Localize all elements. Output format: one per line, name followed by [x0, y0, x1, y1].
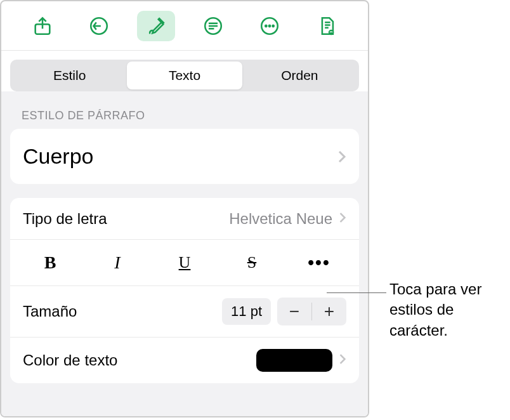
format-panel: Estilo Texto Orden ESTILO DE PÁRRAFO Cue…	[0, 0, 369, 417]
content-area: ESTILO DE PÁRRAFO Cuerpo Tipo de letra H…	[1, 91, 368, 416]
strikethrough-button[interactable]: S	[218, 249, 285, 276]
svg-point-7	[329, 29, 334, 35]
font-label: Tipo de letra	[23, 210, 107, 228]
bold-button[interactable]: B	[16, 249, 84, 277]
size-stepper: − +	[277, 298, 346, 325]
more-options-button[interactable]	[251, 11, 289, 41]
tab-text[interactable]: Texto	[127, 62, 242, 89]
text-color-row[interactable]: Color de texto	[10, 338, 359, 383]
size-increase-button[interactable]: +	[312, 298, 346, 325]
size-value[interactable]: 11 pt	[222, 298, 271, 325]
paragraph-style-card: Cuerpo	[10, 129, 359, 184]
undo-button[interactable]	[80, 11, 118, 41]
text-color-label: Color de texto	[23, 351, 117, 369]
chevron-right-icon	[339, 211, 346, 226]
top-toolbar	[1, 1, 368, 51]
paragraph-style-label: ESTILO DE PÁRRAFO	[10, 91, 359, 129]
svg-point-6	[273, 25, 274, 26]
chevron-right-icon	[339, 353, 346, 368]
svg-point-5	[269, 25, 270, 26]
text-options-button[interactable]	[194, 11, 232, 41]
underline-button[interactable]: U	[151, 249, 218, 276]
chevron-right-icon	[337, 144, 346, 169]
text-format-card: Tipo de letra Helvetica Neue B I U S •••…	[10, 198, 359, 383]
italic-button[interactable]: I	[84, 249, 151, 277]
segmented-control: Estilo Texto Orden	[10, 60, 359, 91]
font-value: Helvetica Neue	[229, 210, 332, 228]
tab-style[interactable]: Estilo	[12, 62, 127, 89]
tab-order[interactable]: Orden	[242, 62, 357, 89]
paragraph-style-value: Cuerpo	[23, 144, 94, 169]
document-view-button[interactable]	[308, 11, 346, 41]
svg-point-4	[266, 25, 267, 26]
font-row[interactable]: Tipo de letra Helvetica Neue	[10, 198, 359, 240]
paragraph-style-row[interactable]: Cuerpo	[10, 129, 359, 184]
size-decrease-button[interactable]: −	[277, 298, 311, 325]
color-swatch	[256, 349, 332, 372]
size-label: Tamaño	[23, 303, 77, 320]
more-text-options-button[interactable]: •••	[285, 249, 353, 277]
format-brush-button[interactable]	[137, 11, 175, 41]
format-buttons-row: B I U S •••	[10, 240, 359, 286]
size-row: Tamaño 11 pt − +	[10, 286, 359, 338]
callout-line	[327, 292, 386, 293]
share-button[interactable]	[23, 11, 62, 41]
callout-text: Toca para ver estilos de carácter.	[389, 279, 504, 341]
